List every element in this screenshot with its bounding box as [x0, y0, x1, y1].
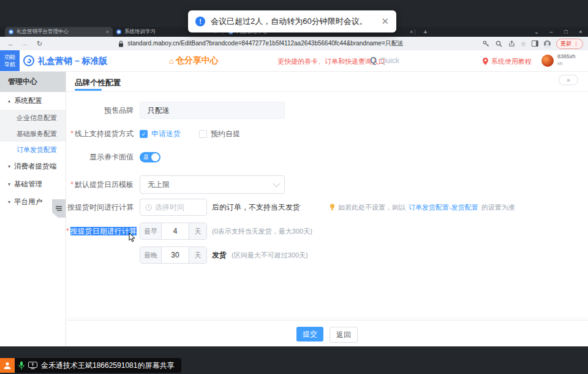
- select-value: 无上限: [148, 180, 170, 190]
- address-bar[interactable]: standard.maboy.cn/EditBand?brandcode=844…: [127, 39, 404, 48]
- close-icon[interactable]: ✕: [381, 16, 389, 27]
- info-icon: !: [195, 17, 205, 26]
- reload-icon[interactable]: ↻: [37, 40, 42, 48]
- checkbox-delivery-checked[interactable]: ✓: [140, 130, 148, 138]
- tab-active-underline: [75, 89, 102, 91]
- form-row-by-time: 按提货时间进行计算 选择时间 后的订单，不支持当天发货 如若此处不设置，则以订单…: [66, 199, 515, 216]
- tutorial-link[interactable]: 系统使用教程: [491, 57, 532, 66]
- lightbulb-icon: [330, 204, 335, 211]
- maximize-button[interactable]: □: [559, 27, 573, 37]
- hint-config-link[interactable]: 订单发货配置-发货配置: [409, 203, 478, 212]
- tab-close-icon[interactable]: ×: [106, 29, 109, 35]
- checkbox-label-selfpickup[interactable]: 预约自提: [211, 129, 240, 139]
- checkbox-label-delivery[interactable]: 申请送货: [151, 129, 181, 139]
- minimize-button[interactable]: –: [544, 27, 559, 37]
- presale-brand-input[interactable]: 只配送: [140, 102, 285, 119]
- sidebar-group-consumer[interactable]: ▾ 消费者提货端: [0, 158, 66, 175]
- forward-icon[interactable]: →: [21, 40, 28, 47]
- warehouse-share-center-link[interactable]: ⌂ 仓分享中心: [169, 55, 219, 66]
- field-label: 预售品牌: [66, 105, 140, 116]
- back-icon[interactable]: ←: [7, 40, 14, 47]
- sidebar-item-label: 企业信息配置: [17, 113, 57, 123]
- browser-profile-icon[interactable]: [544, 40, 551, 47]
- back-button[interactable]: 返回: [330, 327, 358, 343]
- required-mark: *: [70, 129, 74, 138]
- sharer-avatar-icon: [0, 358, 15, 373]
- location-pin-icon: [483, 56, 488, 67]
- sidebar-group-basic-mgmt[interactable]: ▾ 基础管理: [0, 175, 66, 193]
- by-time-hint: 如若此处不设置，则以订单发货配置-发货配置的设置为准: [330, 203, 515, 212]
- caret-down-icon: ▾: [8, 164, 10, 169]
- kebab-menu-icon[interactable]: ⋮: [573, 40, 579, 47]
- submit-button[interactable]: 提交: [296, 327, 323, 342]
- sidebar-collapse-handle[interactable]: [52, 199, 66, 218]
- latest-days-value[interactable]: 30: [162, 247, 189, 263]
- toolbar-actions: ☆ 更新 ⋮: [482, 39, 583, 49]
- sidebar-group-label: 系统配置: [14, 96, 42, 105]
- new-tab-button[interactable]: +: [423, 28, 427, 36]
- panel-collapse-button[interactable]: »: [559, 75, 578, 85]
- meeting-notification: ! 会议已超过2人，自动转为60分钟限时会议。 ✕: [188, 10, 396, 32]
- browser-tab-active[interactable]: 礼盒营销平台管理中心 ×: [5, 27, 113, 37]
- latest-days-input[interactable]: 最晚 30 天: [140, 246, 207, 264]
- form-row-by-date-latest: 最晚 30 天 发货 (区间最大不可超过300天): [66, 246, 308, 264]
- form-row-pickup-methods: *线上支持提货方式 ✓ 申请送货 预约自提: [66, 129, 240, 139]
- share-icon[interactable]: [508, 40, 515, 47]
- tab-separator: [415, 29, 415, 35]
- time-picker-input[interactable]: 选择时间: [140, 199, 207, 216]
- sidebar-title: 管理中心: [0, 72, 66, 92]
- sidebar-group-label: 消费者提货端: [14, 162, 56, 171]
- tab-close-icon[interactable]: ×: [410, 29, 413, 35]
- face-value-toggle-on[interactable]: 是: [140, 152, 160, 162]
- screen-share-icon[interactable]: [28, 362, 37, 369]
- bookmark-star-icon[interactable]: ☆: [521, 40, 526, 47]
- nav-label-line2: 导航: [4, 61, 15, 68]
- caret-up-icon: ▴: [8, 98, 10, 104]
- password-key-icon[interactable]: [482, 40, 489, 47]
- required-mark: *: [66, 227, 69, 235]
- house-icon: ⌂: [169, 56, 174, 66]
- sidebar: 管理中心 ▴ 系统配置 企业信息配置 基础服务配置 订单发货配置 ▾ 消费者提货…: [0, 72, 66, 346]
- sidebar-group-system-config[interactable]: ▴ 系统配置: [0, 92, 66, 110]
- app-title: 礼盒营销 – 标准版: [38, 56, 108, 67]
- window-controls: ⌄ – □ ×: [529, 27, 588, 37]
- form-footer: 提交 返回: [66, 320, 588, 346]
- earliest-days-input[interactable]: 最早 4 天: [140, 223, 207, 240]
- nav-label-line1: 功能: [4, 53, 15, 61]
- side-panel-icon[interactable]: [532, 40, 538, 47]
- user-avatar[interactable]: [541, 55, 554, 67]
- share-bar-text: 金禾通技术王斌18662591081的屏幕共享: [41, 361, 174, 371]
- earliest-hint: (0表示支持当天发货，最大300天): [212, 227, 312, 236]
- form-row-by-date-earliest: *按提货日期进行计算 最早 4 天 (0表示支持当天发货，最大300天): [66, 223, 312, 240]
- window-close-button[interactable]: ×: [573, 27, 588, 37]
- user-subname: xh: [557, 61, 562, 66]
- function-nav-button[interactable]: 功能 导航: [0, 50, 20, 71]
- tab-title: 礼盒营销平台管理中心: [17, 28, 103, 36]
- sidebar-item-order-shipping[interactable]: 订单发货配置: [0, 142, 66, 158]
- quick-search-label[interactable]: Quick: [380, 56, 399, 65]
- microphone-icon[interactable]: [18, 361, 24, 370]
- latest-hint: (区间最大不可超过300天): [232, 251, 308, 260]
- quick-entry-link[interactable]: 更快捷的券卡、订单和快递查询入口: [277, 57, 385, 66]
- caret-down-icon: ▾: [8, 181, 10, 187]
- sidebar-group-label: 基础管理: [14, 180, 42, 189]
- tab-search-icon[interactable]: ⌄: [529, 27, 544, 37]
- input-prefix: 最晚: [140, 247, 162, 263]
- form-row-face-value: 显示券卡面值 是: [66, 152, 160, 162]
- favicon: [9, 29, 13, 34]
- tab-brand-config[interactable]: 品牌个性配置: [75, 78, 121, 88]
- field-label: *线上支持提货方式: [66, 129, 140, 139]
- browser-toolbar: ← → ↻ standard.maboy.cn/EditBand?brandco…: [0, 37, 588, 50]
- caret-down-icon: ▾: [8, 199, 10, 205]
- zoom-icon[interactable]: [495, 40, 502, 47]
- browser-update-button[interactable]: 更新 ⋮: [556, 39, 583, 49]
- calendar-template-select[interactable]: 无上限: [140, 175, 285, 194]
- sidebar-item-basic-service[interactable]: 基础服务配置: [0, 126, 66, 142]
- lock-icon[interactable]: [118, 40, 124, 47]
- earliest-days-value[interactable]: 4: [162, 223, 189, 239]
- sidebar-item-enterprise-info[interactable]: 企业信息配置: [0, 110, 66, 126]
- field-label: *默认提货日历模板: [66, 180, 140, 190]
- checkbox-selfpickup-unchecked[interactable]: [199, 130, 207, 138]
- quick-search-icon[interactable]: Q: [370, 55, 377, 65]
- input-prefix: 最早: [140, 223, 162, 239]
